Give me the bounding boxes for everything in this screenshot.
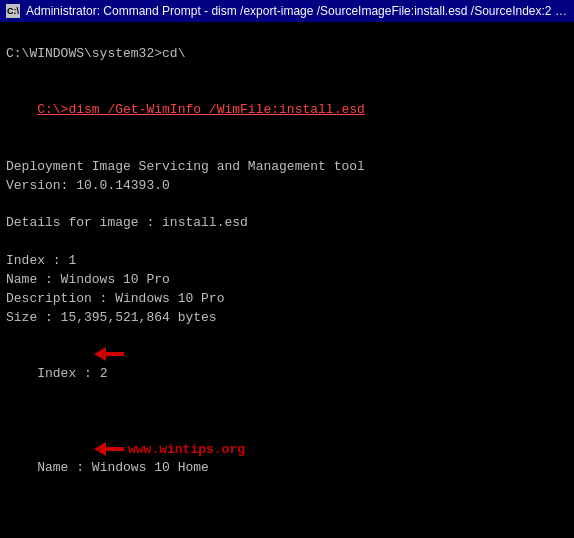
line-dism-cmd: C:\>dism /Get-WimInfo /WimFile:install.e…: [6, 83, 568, 140]
line-blank5: [6, 233, 568, 252]
title-bar-icon: C:\: [6, 4, 20, 18]
line-blank3: [6, 139, 568, 158]
arrow-name2-icon: [94, 442, 124, 456]
line-blank6: [6, 328, 568, 347]
line-idx2: Index : 2: [6, 346, 568, 440]
arrow-idx2-icon: [94, 347, 124, 361]
svg-marker-1: [94, 442, 124, 456]
line-details: Details for image : install.esd: [6, 214, 568, 233]
svg-marker-0: [94, 347, 124, 361]
title-bar: C:\ Administrator: Command Prompt - dism…: [0, 0, 574, 22]
line-blank4: [6, 196, 568, 215]
line-version: Version: 10.0.14393.0: [6, 177, 568, 196]
line-blank2: [6, 64, 568, 83]
idx2-text: Index : 2: [37, 366, 107, 381]
line-tool-name: Deployment Image Servicing and Managemen…: [6, 158, 568, 177]
line-name1: Name : Windows 10 Pro: [6, 271, 568, 290]
line-idx1: Index : 1: [6, 252, 568, 271]
dism-cmd-text: C:\>dism /Get-WimInfo /WimFile:install.e…: [37, 102, 365, 117]
line-size1: Size : 15,395,521,864 bytes: [6, 309, 568, 328]
line-name2: Name : Windows 10 Home www.wintips.org: [6, 441, 568, 538]
title-bar-text: Administrator: Command Prompt - dism /ex…: [26, 4, 568, 18]
line-cd-cmd: C:\WINDOWS\system32>cd\: [6, 45, 568, 64]
line-blank1: [6, 26, 568, 45]
terminal[interactable]: C:\WINDOWS\system32>cd\ C:\>dism /Get-Wi…: [0, 22, 574, 538]
line-desc1: Description : Windows 10 Pro: [6, 290, 568, 309]
wintips-label: www.wintips.org: [128, 441, 245, 460]
name2-text: Name : Windows 10 Home: [37, 460, 209, 475]
